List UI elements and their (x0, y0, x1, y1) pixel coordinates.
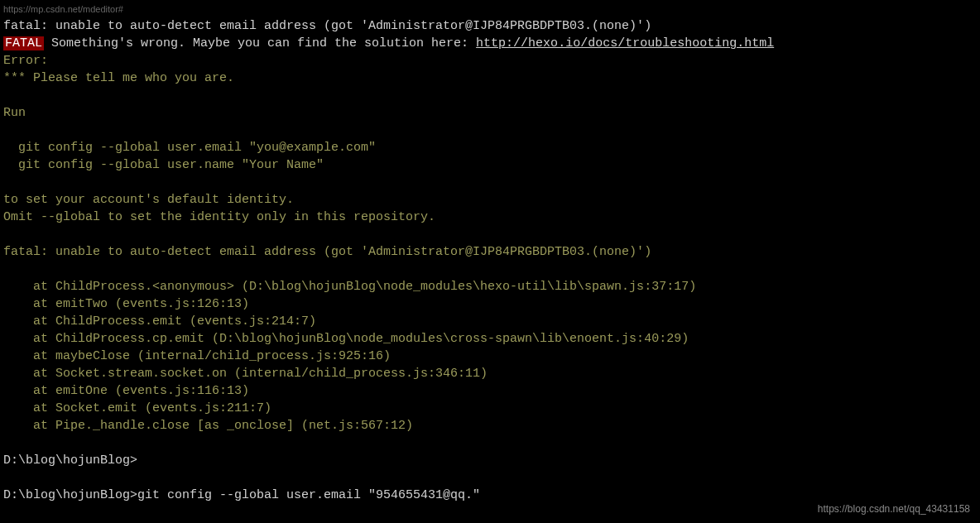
stack-trace-line: at ChildProcess.emit (events.js:214:7) (3, 313, 977, 330)
blank-line (3, 469, 977, 487)
prompt-line: D:\blog\hojunBlog> (3, 452, 977, 469)
stack-trace-line: at emitOne (events.js:116:13) (3, 382, 977, 400)
blank-line (3, 174, 977, 191)
blank-line (3, 261, 977, 278)
watermark-text: https://blog.csdn.net/qq_43431158 (818, 502, 970, 516)
fatal-message-line: FATAL Something's wrong. Maybe you can f… (3, 35, 977, 52)
stack-trace-line: at ChildProcess.<anonymous> (D:\blog\hoj… (3, 278, 977, 295)
fatal-badge: FATAL (3, 36, 44, 50)
identity-line-1: to set your account's default identity. (3, 191, 977, 209)
stack-trace-line: at maybeClose (internal/child_process.js… (3, 348, 977, 365)
fatal-line-1: fatal: unable to auto-detect email addre… (3, 17, 977, 35)
typed-command[interactable]: git config --global user.email "95465543… (137, 488, 480, 502)
identity-line-2: Omit --global to set the identity only i… (3, 209, 977, 226)
url-bar-fragment: https://mp.csdn.net/mdeditor# (3, 3, 977, 16)
fatal-line-2: fatal: unable to auto-detect email addre… (3, 243, 977, 261)
stack-trace-line: at emitTwo (events.js:126:13) (3, 295, 977, 313)
stack-trace-line: at Socket.stream.socket.on (internal/chi… (3, 365, 977, 382)
stack-trace-line: at Socket.emit (events.js:211:7) (3, 400, 977, 417)
fatal-message-text: Something's wrong. Maybe you can find th… (44, 36, 476, 50)
stack-trace-line: at Pipe._handle.close [as _onclose] (net… (3, 417, 977, 434)
blank-line (3, 87, 977, 104)
blank-line (3, 226, 977, 243)
troubleshooting-link[interactable]: http://hexo.io/docs/troubleshooting.html (476, 36, 774, 50)
tell-me-line: *** Please tell me who you are. (3, 70, 977, 87)
prompt-path: D:\blog\hojunBlog> (3, 488, 137, 502)
git-config-name-example: git config --global user.name "Your Name… (3, 156, 977, 174)
run-label: Run (3, 104, 977, 122)
blank-line (3, 122, 977, 139)
blank-line (3, 434, 977, 452)
error-label: Error: (3, 52, 977, 70)
git-config-email-example: git config --global user.email "you@exam… (3, 139, 977, 156)
stack-trace-line: at ChildProcess.cp.emit (D:\blog\hojunBl… (3, 330, 977, 348)
terminal-output: https://mp.csdn.net/mdeditor# fatal: una… (3, 3, 977, 504)
